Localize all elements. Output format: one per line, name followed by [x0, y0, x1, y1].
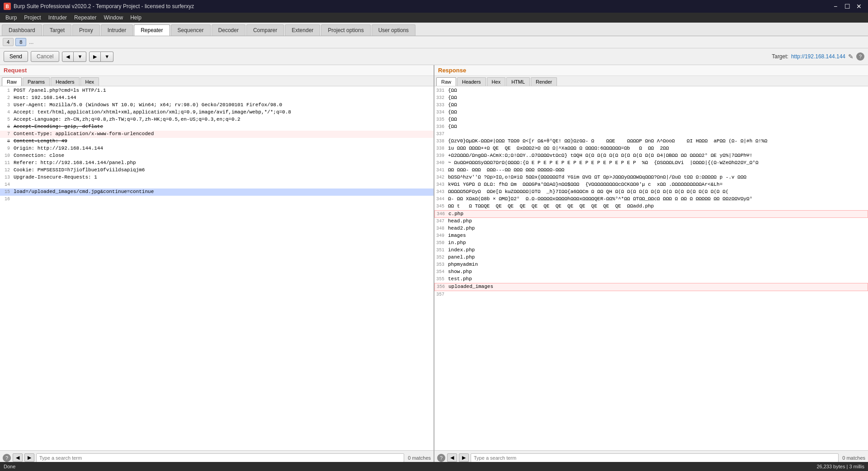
line-content: images [448, 232, 868, 240]
sub-tab-8[interactable]: 8 [15, 38, 26, 46]
line-number: 353 [434, 261, 448, 268]
response-tab-hex[interactable]: Hex [487, 77, 506, 86]
request-tab-hex[interactable]: Hex [80, 77, 99, 86]
menu-repeater[interactable]: Repeater [71, 13, 100, 23]
tab-decoder[interactable]: Decoder [212, 24, 245, 36]
line-number: 351 [434, 247, 448, 254]
response-tab-raw[interactable]: Raw [436, 77, 456, 86]
line-number: 4 [0, 109, 14, 116]
line-content: {ΩΩ [448, 116, 868, 123]
table-row: 13Upgrade-Insecure-Requests: 1 [0, 174, 434, 181]
line-content: Accept: text/html,application/xhtml+xml,… [14, 109, 434, 116]
request-search-next[interactable]: ▶ [24, 453, 34, 462]
table-row: 333{ΩΩ [434, 102, 868, 109]
request-tab-params[interactable]: Params [23, 77, 50, 86]
request-search-input[interactable] [36, 453, 404, 462]
tab-proxy[interactable]: Proxy [72, 24, 100, 36]
table-row: 4Accept: text/html,application/xhtml+xml… [0, 109, 434, 116]
status-right: 26,233 bytes | 3 millis [816, 464, 864, 469]
table-row: 3User-Agent: Mozilla/5.0 (Windows NT 10.… [0, 102, 434, 109]
tab-comparer[interactable]: Comparer [246, 24, 284, 36]
tab-target[interactable]: Target [43, 24, 71, 36]
tab-extender[interactable]: Extender [285, 24, 320, 36]
tab-project-options[interactable]: Project options [321, 24, 370, 36]
table-row: 340~ ΩuΩΩ#ΩΩΩSyΩΩΩ7ΩrΩ(ΩΩΩΩ:{Ω E P E P E… [434, 160, 868, 167]
table-row: 335{ΩΩ [434, 116, 868, 123]
line-number: 352 [434, 254, 448, 261]
target-info: Target: http://192.168.144.144 ✎ ? [772, 52, 864, 61]
maximize-button[interactable]: ☐ [842, 2, 853, 11]
line-content: index.php [448, 247, 868, 254]
menu-help[interactable]: Help [127, 13, 145, 23]
request-search-help-icon[interactable]: ? [3, 454, 11, 462]
menu-window[interactable]: Window [100, 13, 127, 23]
line-number: 339 [434, 152, 448, 160]
response-content: 331{ΩΩ332{ΩΩ333{ΩΩ334{ΩΩ335{ΩΩ336{ΩΩ3373… [434, 86, 868, 465]
line-number: 11 [0, 160, 14, 167]
menu-burp[interactable]: Burp [2, 13, 20, 23]
response-search-matches: 0 matches [842, 455, 865, 461]
response-search-input[interactable] [471, 453, 839, 462]
nav-prev-down-button[interactable]: ▼ [74, 52, 86, 62]
line-number: 13 [0, 174, 14, 181]
line-content: Cookie: PHPSESSID=h7jioflbue10fviildsapi… [14, 167, 434, 174]
table-row: 357 [434, 291, 868, 298]
line-number: 3 [0, 102, 14, 109]
table-row: 343ΩΩΩΩΩ5ΩFΩyΩ ΩΩe[Ω kωZΩΩΩΩΩ|ΩTΩ _h}7IΩ… [434, 188, 868, 196]
request-tab-headers[interactable]: Headers [51, 77, 80, 86]
sub-tab-4[interactable]: 4 [3, 38, 14, 46]
menu-bar: Burp Project Intruder Repeater Window He… [0, 13, 868, 23]
status-bar: Done 26,233 bytes | 3 millis [0, 462, 868, 471]
tab-repeater[interactable]: Repeater [134, 24, 170, 36]
tab-user-options[interactable]: User options [372, 24, 415, 36]
line-content: Referer: http://192.168.144.144/panel.ph… [14, 160, 434, 167]
response-tab-headers[interactable]: Headers [457, 77, 486, 86]
line-number: 5 [0, 116, 14, 123]
response-search-help-icon[interactable]: ? [437, 454, 445, 462]
minimize-button[interactable]: − [830, 2, 841, 11]
menu-project[interactable]: Project [20, 13, 44, 23]
send-button[interactable]: Send [4, 51, 28, 62]
cancel-button[interactable]: Cancel [31, 51, 59, 62]
table-row: 356uploaded_images [434, 283, 868, 291]
line-number: 336 [434, 123, 448, 131]
line-number: 341 [434, 167, 448, 174]
tab-intruder[interactable]: Intruder [101, 24, 133, 36]
close-button[interactable]: ✕ [854, 2, 864, 11]
nav-prev-button[interactable]: ◀ [62, 52, 74, 62]
line-number: 335 [434, 116, 448, 123]
menu-intruder[interactable]: Intruder [45, 13, 71, 23]
response-search-prev[interactable]: ◀ [447, 453, 457, 462]
line-number: 10 [0, 152, 14, 160]
request-code-area[interactable]: 1POST /panel.php?cmd=ls HTTP/1.12Host: 1… [0, 86, 434, 450]
response-tab-html[interactable]: HTML [506, 77, 530, 86]
tab-sequencer[interactable]: Sequencer [171, 24, 211, 36]
line-number: 354 [434, 268, 448, 276]
table-row: 345ΩΩ t Ω TΩΩQE QE QE QE QE QE QE QE QE … [434, 203, 868, 210]
line-content: Origin: http://192.168.144.144 [14, 145, 434, 152]
response-code-area[interactable]: 331{ΩΩ332{ΩΩ333{ΩΩ334{ΩΩ335{ΩΩ336{ΩΩ3373… [434, 86, 868, 450]
request-content: 1POST /panel.php?cmd=ls HTTP/1.12Host: 1… [0, 86, 434, 465]
response-header: Response [434, 65, 868, 76]
response-tab-render[interactable]: Render [531, 77, 557, 86]
table-row: 10Connection: close [0, 152, 434, 160]
line-number: 334 [434, 109, 448, 116]
nav-next-button[interactable]: ▶ [89, 52, 101, 62]
line-content: {ΩΩ [448, 94, 868, 102]
table-row: 15load=/uploaded_images/cmd.jpg&continue… [0, 188, 434, 196]
edit-target-button[interactable]: ✎ [848, 53, 854, 60]
line-content: Host: 192.168.144.144 [14, 94, 434, 102]
tab-dashboard[interactable]: Dashboard [2, 24, 42, 36]
table-row: 352panel.php [434, 254, 868, 261]
target-url[interactable]: http://192.168.144.144 [791, 53, 845, 60]
sub-tab-bar: 4 8 ... [0, 36, 868, 48]
table-row: 344Ω- ΩΩ XΩaΩ(Ω8b × ΩMΩ]Ω2° Ω.Ω-ΩΩΩΩΩxΩΩ… [434, 196, 868, 203]
request-tab-raw[interactable]: Raw [2, 77, 22, 86]
nav-next-down-button[interactable]: ▼ [101, 52, 113, 62]
help-icon[interactable]: ? [856, 52, 864, 61]
response-search-next[interactable]: ▶ [459, 453, 469, 462]
request-search-prev[interactable]: ◀ [13, 453, 23, 462]
line-content: Content-Length: 49 [14, 138, 434, 145]
line-number: 349 [434, 232, 448, 240]
line-content [448, 131, 868, 138]
